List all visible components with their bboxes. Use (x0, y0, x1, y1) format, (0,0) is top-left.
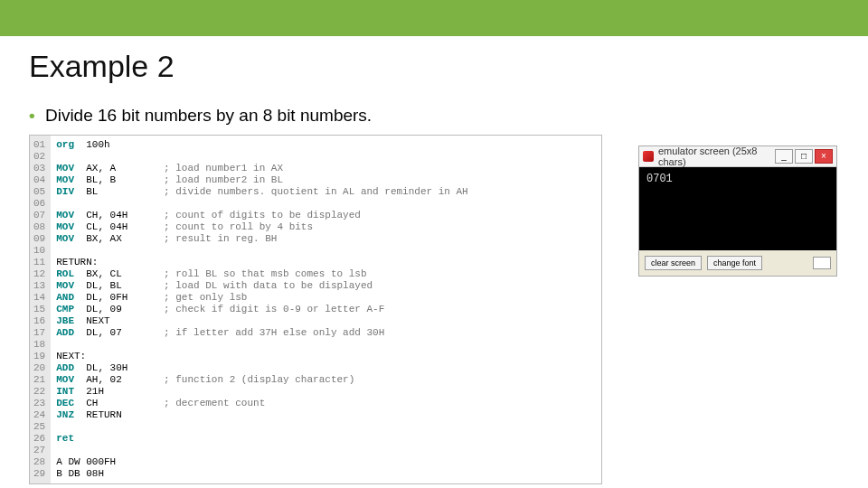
bullet-item: • Divide 16 bit numbers by an 8 bit numb… (29, 106, 839, 126)
code-area: org 100h MOV AX, A ; load number1 in AX … (51, 136, 476, 483)
slide-title: Example 2 (29, 49, 839, 84)
emulator-panel: emulator screen (25x8 chars) _ □ × 0701 … (638, 145, 837, 284)
maximize-button[interactable]: □ (795, 149, 813, 164)
emulator-output: 0701 (646, 173, 673, 185)
window-toolbar: clear screen change font (639, 250, 836, 276)
cursor-indicator (813, 257, 831, 269)
close-button[interactable]: × (815, 149, 833, 164)
bullet-dot: • (29, 106, 35, 125)
emulator-window: emulator screen (25x8 chars) _ □ × 0701 … (638, 145, 837, 277)
window-title: emulator screen (25x8 chars) (658, 145, 775, 167)
bullet-text: Divide 16 bit numbers by an 8 bit number… (45, 106, 372, 125)
slide-body: Example 2 • Divide 16 bit numbers by an … (0, 36, 868, 488)
clear-screen-button[interactable]: clear screen (645, 256, 702, 270)
line-number-gutter: 01 02 03 04 05 06 07 08 09 10 11 12 13 1… (30, 136, 51, 483)
content-row: 01 02 03 04 05 06 07 08 09 10 11 12 13 1… (29, 135, 839, 484)
accent-bar (0, 0, 868, 36)
window-titlebar[interactable]: emulator screen (25x8 chars) _ □ × (639, 146, 836, 167)
code-editor: 01 02 03 04 05 06 07 08 09 10 11 12 13 1… (29, 135, 602, 484)
app-icon (643, 151, 654, 162)
minimize-button[interactable]: _ (775, 149, 793, 164)
change-font-button[interactable]: change font (707, 256, 762, 270)
window-buttons: _ □ × (775, 149, 833, 164)
emulator-screen: 0701 (639, 167, 836, 250)
